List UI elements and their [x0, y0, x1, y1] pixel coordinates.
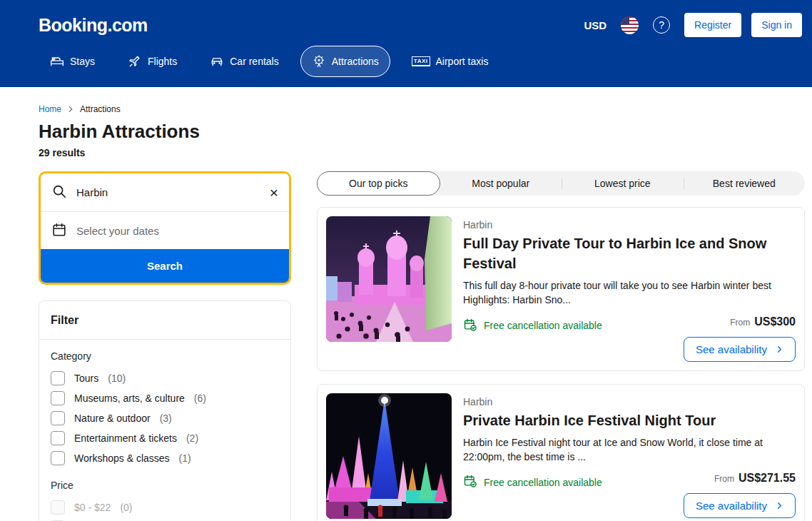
attraction-photo-ice-tower[interactable] [326, 393, 452, 519]
attraction-location: Harbin [463, 219, 796, 231]
attraction-card: Harbin Full Day Private Tour to Harbin I… [317, 207, 805, 371]
attraction-card: Harbin Private Harbin Ice Festival Night… [317, 384, 805, 521]
nav-label: Airport taxis [436, 56, 489, 67]
checkbox[interactable] [51, 391, 65, 405]
tab-most-popular[interactable]: Most popular [440, 171, 562, 196]
search-icon [51, 183, 67, 201]
filter-option-entertainment[interactable]: Entertainment & tickets (2) [51, 428, 279, 448]
breadcrumb-current: Attractions [80, 104, 121, 114]
nav-car-rentals[interactable]: Car rentals [198, 46, 290, 77]
attraction-title[interactable]: Private Harbin Ice Festival Night Tour [463, 410, 791, 430]
filter-section-price: Price [51, 480, 279, 491]
checkbox[interactable] [51, 371, 65, 385]
search-box: × Select your dates Search [39, 171, 291, 285]
nav-flights[interactable]: Flights [116, 46, 188, 77]
booking-logo[interactable]: Booking.com [39, 15, 148, 36]
calendar-check-icon [463, 474, 477, 490]
breadcrumb-home-link[interactable]: Home [39, 104, 61, 114]
date-picker-field[interactable]: Select your dates [41, 211, 289, 249]
nav-label: Attractions [332, 56, 379, 67]
nav-label: Car rentals [230, 56, 278, 67]
checkbox [51, 500, 65, 515]
price: FromUS$271.55 [714, 472, 796, 485]
results-count: 29 results [39, 147, 805, 158]
search-button[interactable]: Search [41, 249, 289, 283]
attraction-photo-ice-castles[interactable] [326, 216, 452, 342]
bed-icon [50, 54, 64, 69]
filter-section-category: Category [51, 350, 279, 362]
destination-search-input[interactable] [76, 186, 260, 198]
taxi-icon: TAXI [412, 56, 430, 66]
car-icon [210, 54, 224, 69]
calendar-icon [51, 222, 67, 240]
chevron-right-icon [67, 106, 74, 113]
tab-our-top-picks[interactable]: Our top picks [317, 171, 440, 196]
chevron-right-icon [776, 500, 783, 512]
page-title: Harbin Attractions [39, 121, 805, 143]
filter-option-workshops[interactable]: Workshops & classes (1) [51, 448, 279, 468]
signin-button[interactable]: Sign in [751, 13, 802, 37]
nav-label: Flights [148, 56, 177, 67]
filter-option-price-0-22: $0 - $22 (0) [51, 497, 279, 517]
nav-stays[interactable]: Stays [39, 46, 106, 77]
date-placeholder: Select your dates [76, 225, 159, 237]
see-availability-button[interactable]: See availability [684, 493, 796, 518]
breadcrumb: Home Attractions [39, 104, 805, 114]
checkbox[interactable] [51, 451, 65, 465]
filter-option-museums[interactable]: Museums, arts, & culture (6) [51, 388, 279, 408]
product-nav: Stays Flights Car rentals [39, 46, 803, 77]
nav-attractions[interactable]: Attractions [300, 46, 390, 77]
chevron-right-icon [776, 343, 783, 355]
register-button[interactable]: Register [684, 13, 741, 37]
help-icon[interactable]: ? [653, 16, 670, 34]
site-header: Booking.com USD ? Register Sign in Stays… [0, 0, 812, 87]
price: FromUS$300 [730, 315, 796, 328]
nav-airport-taxis[interactable]: TAXI Airport taxis [400, 46, 500, 77]
calendar-check-icon [463, 318, 477, 334]
filter-title: Filter [39, 301, 290, 339]
checkbox[interactable] [51, 411, 65, 425]
plane-icon [128, 54, 142, 69]
filter-option-nature[interactable]: Nature & outdoor (3) [51, 408, 279, 428]
attraction-description: This full day 8-hour private tour will t… [463, 278, 796, 308]
ferris-wheel-icon [312, 54, 326, 69]
clear-search-icon[interactable]: × [270, 185, 278, 200]
tab-best-reviewed[interactable]: Best reviewed [684, 171, 806, 196]
filter-option-tours[interactable]: Tours (10) [51, 368, 279, 388]
tab-lowest-price[interactable]: Lowest price [562, 171, 684, 196]
attraction-description: Harbin Ice Festival night tour at Ice an… [463, 435, 796, 465]
filter-option-price-22-44: $22 - $44 (0) [51, 517, 279, 521]
attraction-location: Harbin [463, 396, 796, 408]
checkbox[interactable] [51, 431, 65, 445]
see-availability-button[interactable]: See availability [684, 337, 796, 362]
currency-selector[interactable]: USD [584, 19, 607, 31]
filter-panel: Filter Category Tours (10) Museums, arts… [39, 300, 291, 521]
attraction-title[interactable]: Full Day Private Tour to Harbin Ice and … [463, 233, 791, 273]
free-cancellation-badge: Free cancellation available [463, 318, 602, 334]
nav-label: Stays [70, 56, 95, 67]
language-flag-icon[interactable] [621, 16, 639, 34]
sort-tabs: Our top picks Most popular Lowest price … [317, 171, 805, 196]
free-cancellation-badge: Free cancellation available [463, 474, 602, 490]
